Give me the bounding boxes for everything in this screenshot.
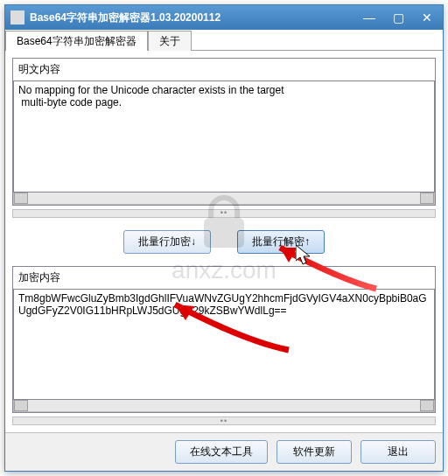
ciphertext-textarea[interactable] [13, 289, 435, 401]
plaintext-textarea[interactable] [13, 80, 435, 192]
window-title: Base64字符串加密解密器1.03.20200112 [30, 10, 358, 25]
splitter-handle[interactable]: •• [12, 209, 436, 218]
ciphertext-hscroll[interactable] [13, 400, 435, 412]
plaintext-label: 明文内容 [13, 59, 435, 80]
ciphertext-label: 加密内容 [13, 267, 435, 289]
close-button[interactable]: ✕ [416, 10, 438, 24]
plaintext-hscroll[interactable] [13, 192, 435, 205]
batch-decrypt-button[interactable]: 批量行解密↑ [237, 230, 325, 254]
batch-encrypt-button[interactable]: 批量行加密↓ [123, 230, 211, 254]
exit-button[interactable]: 退出 [360, 440, 436, 464]
splitter-handle-2[interactable]: •• [12, 416, 436, 425]
app-window: Base64字符串加密解密器1.03.20200112 — ▢ ✕ Base64… [4, 4, 444, 472]
tab-about[interactable]: 关于 [148, 31, 192, 51]
footer-bar: 在线文本工具 软件更新 退出 [5, 432, 443, 471]
action-button-row: 批量行加密↓ 批量行解密↑ [12, 218, 436, 266]
maximize-button[interactable]: ▢ [388, 10, 410, 24]
update-button[interactable]: 软件更新 [276, 440, 352, 464]
titlebar: Base64字符串加密解密器1.03.20200112 — ▢ ✕ [5, 5, 443, 30]
app-icon [10, 10, 24, 24]
online-tool-button[interactable]: 在线文本工具 [175, 440, 268, 464]
tab-strip: Base64字符串加密解密器 关于 [5, 30, 443, 51]
ciphertext-panel: 加密内容 [12, 266, 436, 414]
minimize-button[interactable]: — [358, 10, 381, 24]
tab-main[interactable]: Base64字符串加密解密器 [5, 31, 148, 51]
plaintext-panel: 明文内容 [12, 58, 436, 206]
content-area: 明文内容 •• 批量行加密↓ 批量行解密↑ 加密内容 •• [5, 51, 443, 432]
